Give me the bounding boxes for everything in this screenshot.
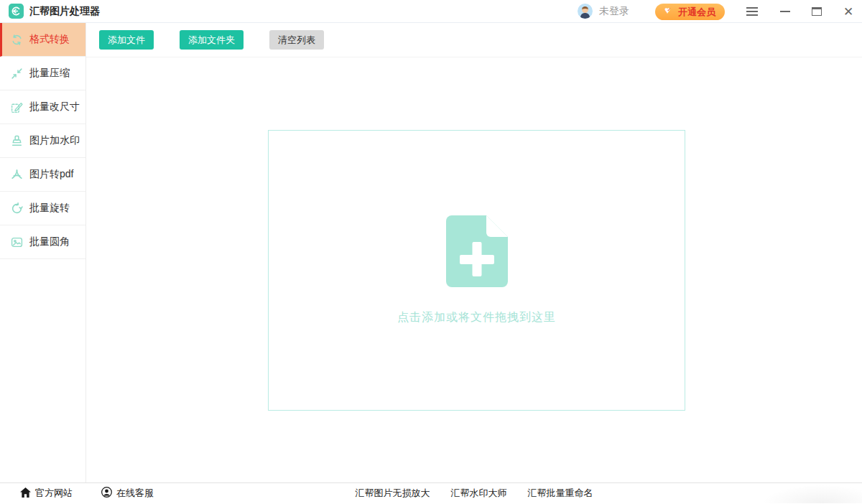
maximize-icon[interactable]	[806, 0, 828, 23]
app-title: 汇帮图片处理器	[29, 5, 100, 18]
vip-heart-icon: ♥✓	[664, 7, 675, 17]
support-person-icon	[101, 487, 112, 500]
footer-link[interactable]: 汇帮批量重命名	[528, 487, 593, 500]
compress-icon	[11, 67, 23, 80]
online-support-link[interactable]: 在线客服	[101, 487, 154, 500]
open-vip-button[interactable]: ♥✓ 开通会员	[655, 4, 725, 20]
rotate-icon	[11, 202, 23, 215]
footer-link[interactable]: 汇帮水印大师	[451, 487, 507, 500]
sidebar-item-image-watermark[interactable]: 图片加水印	[0, 124, 85, 158]
add-folder-button[interactable]: 添加文件夹	[180, 30, 244, 50]
menu-icon[interactable]	[741, 0, 763, 23]
sidebar-item-batch-resize[interactable]: 批量改尺寸	[0, 90, 85, 124]
file-dropzone[interactable]: 点击添加或将文件拖拽到这里	[268, 130, 685, 411]
home-icon	[20, 487, 31, 500]
sidebar-item-label: 图片加水印	[29, 134, 80, 147]
file-list-area: 点击添加或将文件拖拽到这里	[86, 57, 862, 482]
sidebar-item-label: 批量圆角	[29, 235, 70, 248]
sidebar-item-label: 图片转pdf	[29, 168, 73, 181]
login-status[interactable]: 未登录	[599, 0, 629, 23]
sidebar-item-label: 格式转换	[29, 33, 70, 46]
sidebar-item-batch-round-corner[interactable]: 批量圆角	[0, 225, 85, 259]
sidebar-item-batch-rotate[interactable]: 批量旋转	[0, 192, 85, 225]
add-file-button[interactable]: 添加文件	[99, 30, 154, 50]
convert-icon	[11, 34, 23, 46]
sidebar-item-batch-compress[interactable]: 批量压缩	[0, 57, 85, 90]
sidebar-item-format-convert[interactable]: 格式转换	[0, 23, 85, 57]
sidebar-item-label: 批量改尺寸	[29, 101, 80, 113]
rounded-corner-icon	[11, 236, 23, 248]
sidebar-item-label: 批量旋转	[29, 202, 70, 215]
avatar[interactable]	[578, 4, 593, 19]
titlebar: 汇帮图片处理器 未登录 ♥✓ 开通会员 ✕	[0, 0, 862, 23]
dropzone-hint: 点击添加或将文件拖拽到这里	[397, 310, 556, 325]
footer-product-links: 汇帮图片无损放大汇帮水印大师汇帮批量重命名	[356, 487, 593, 500]
footer: 官方网站 在线客服 汇帮图片无损放大汇帮水印大师汇帮批量重命名	[0, 482, 862, 503]
sidebar-item-label: 批量压缩	[29, 67, 70, 80]
resize-icon	[11, 101, 23, 113]
minimize-icon[interactable]	[774, 0, 796, 23]
toolbar: 添加文件 添加文件夹 清空列表	[86, 23, 862, 57]
avatar-body	[580, 13, 590, 19]
app-logo-icon	[9, 4, 24, 19]
sidebar: 格式转换批量压缩批量改尺寸图片加水印图片转pdf批量旋转批量圆角	[0, 23, 86, 482]
official-site-link[interactable]: 官方网站	[20, 487, 73, 500]
avatar-head	[582, 6, 588, 13]
watermark-icon	[11, 135, 23, 147]
sidebar-item-image-to-pdf[interactable]: 图片转pdf	[0, 158, 85, 192]
add-file-document-icon	[446, 215, 508, 290]
footer-link[interactable]: 汇帮图片无损放大	[356, 487, 430, 500]
close-icon[interactable]: ✕	[838, 0, 859, 23]
clear-list-button[interactable]: 清空列表	[269, 30, 324, 50]
pdf-icon	[11, 169, 23, 181]
corner-shadow	[761, 485, 862, 503]
